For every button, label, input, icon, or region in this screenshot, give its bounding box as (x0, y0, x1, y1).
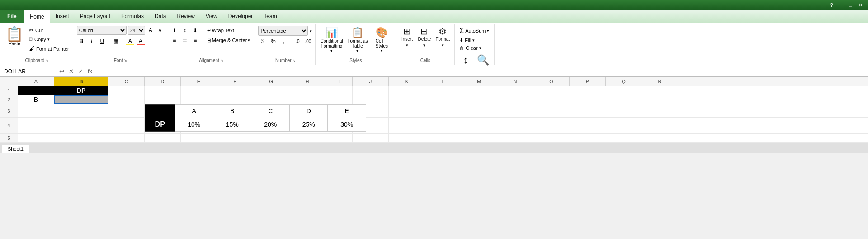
cell-C1[interactable] (108, 86, 145, 95)
tab-team[interactable]: Team (258, 10, 282, 23)
cell-H5[interactable] (289, 134, 326, 142)
row-header-2[interactable]: 2 (0, 95, 18, 104)
font-size-increase-button[interactable]: A (146, 26, 155, 34)
cell-C3[interactable] (108, 104, 145, 117)
number-format-select[interactable]: Percentage (258, 26, 308, 36)
cell-I5[interactable] (326, 134, 353, 142)
insert-button[interactable]: ⊞ Insert ▾ (399, 26, 415, 48)
cell-L1[interactable] (425, 86, 461, 95)
confirm-button[interactable]: ✓ (77, 68, 85, 75)
col-header-B[interactable]: B (54, 77, 108, 86)
col-header-K[interactable]: K (389, 77, 425, 86)
cell-B4[interactable] (54, 118, 108, 133)
cell-F5[interactable] (217, 134, 253, 142)
row-header-1[interactable]: 1 (0, 86, 18, 95)
paste-button[interactable]: 📋 Paste (3, 26, 26, 47)
function-button[interactable]: fx (86, 68, 94, 75)
sheet-tab-1[interactable]: Sheet1 (2, 145, 29, 153)
tab-page-layout[interactable]: Page Layout (75, 10, 116, 23)
restore-icon[interactable]: □ (847, 2, 854, 9)
cell-A5[interactable] (18, 134, 54, 142)
merge-center-button[interactable]: ⊞ Merge & Center ▾ (205, 36, 253, 45)
col-header-R[interactable]: R (642, 77, 678, 86)
col-header-H[interactable]: H (289, 77, 326, 86)
cell-J1[interactable] (353, 86, 389, 95)
cell-A1[interactable] (18, 86, 54, 95)
cell-A3[interactable] (18, 104, 54, 117)
close-icon[interactable]: ✕ (857, 2, 864, 9)
table-header-C[interactable]: C (251, 105, 290, 117)
cell-C2[interactable] (108, 95, 145, 104)
align-left-button[interactable]: ≡ (170, 36, 179, 45)
cell-D1[interactable] (145, 86, 181, 95)
col-header-E[interactable]: E (181, 77, 217, 86)
format-table-dropdown[interactable]: ▾ (356, 48, 359, 53)
row-header-3[interactable]: 3 (0, 104, 18, 117)
border-button[interactable]: ▦ (112, 37, 121, 46)
fill-button[interactable]: ⬇ Fill ▾ (458, 36, 476, 44)
comma-button[interactable]: , (279, 37, 288, 46)
cell-H2[interactable] (289, 95, 326, 104)
table-data-15[interactable]: 15% (213, 117, 251, 132)
alignment-expand-icon[interactable]: ↘ (220, 58, 223, 62)
autosum-button[interactable]: Σ AutoSum ▾ (458, 26, 491, 36)
cell-B1[interactable]: DP (54, 86, 108, 95)
col-header-M[interactable]: M (461, 77, 497, 86)
font-expand-icon[interactable]: ↘ (124, 58, 127, 62)
col-header-I[interactable]: I (326, 77, 353, 86)
clear-button[interactable]: 🗑 Clear ▾ (458, 44, 483, 52)
table-data-10[interactable]: 10% (175, 117, 213, 132)
cell-I2[interactable] (326, 95, 353, 104)
cell-D3[interactable]: A B C D E DP 10% 15% 20% 25% 30% (145, 104, 181, 117)
name-box[interactable]: DOLLAR (2, 67, 56, 76)
format-painter-button[interactable]: 🖌 Format Painter (27, 44, 71, 53)
font-color-button[interactable]: A (136, 37, 145, 46)
copy-dropdown-icon[interactable]: ▾ (47, 37, 50, 42)
wrap-text-button[interactable]: ↵ Wrap Text (205, 26, 236, 35)
table-data-30[interactable]: 30% (328, 117, 366, 132)
tab-file[interactable]: File (0, 10, 24, 23)
tab-view[interactable]: View (200, 10, 223, 23)
cell-A2[interactable]: B (18, 95, 54, 104)
col-header-Q[interactable]: Q (606, 77, 642, 86)
cell-F1[interactable] (217, 86, 253, 95)
bold-button[interactable]: B (77, 37, 86, 46)
cell-E5[interactable] (181, 134, 217, 142)
row-header-4[interactable]: 4 (0, 118, 18, 133)
conditional-formatting-button[interactable]: 📊 ConditionalFormatting ▾ (318, 26, 344, 54)
underline-button[interactable]: U (98, 37, 107, 46)
col-header-D[interactable]: D (145, 77, 181, 86)
table-data-25[interactable]: 25% (289, 117, 328, 132)
tab-data[interactable]: Data (149, 10, 171, 23)
format-dropdown[interactable]: ▾ (442, 43, 444, 48)
percent-button[interactable]: % (269, 37, 278, 46)
col-header-P[interactable]: P (570, 77, 606, 86)
cell-K2[interactable] (389, 95, 425, 104)
question-icon[interactable]: ? (828, 2, 835, 9)
merge-dropdown-icon[interactable]: ▾ (248, 38, 250, 43)
cell-B2[interactable]: = (54, 95, 108, 104)
table-header-E[interactable]: E (328, 105, 366, 117)
cond-format-dropdown[interactable]: ▾ (330, 48, 333, 53)
cell-D5[interactable] (145, 134, 181, 142)
number-format-dropdown[interactable]: ▾ (310, 29, 312, 33)
cell-I1[interactable] (326, 86, 353, 95)
cell-D2[interactable] (145, 95, 181, 104)
format-as-table-button[interactable]: 📋 Format asTable ▾ (345, 26, 369, 54)
cell-K1[interactable] (389, 86, 425, 95)
tab-review[interactable]: Review (171, 10, 200, 23)
col-header-O[interactable]: O (533, 77, 570, 86)
cell-A4[interactable] (18, 118, 54, 133)
cell-G1[interactable] (253, 86, 289, 95)
row-header-5[interactable]: 5 (0, 134, 18, 142)
tab-developer[interactable]: Developer (223, 10, 259, 23)
col-header-N[interactable]: N (497, 77, 533, 86)
autosum-dropdown[interactable]: ▾ (487, 29, 489, 33)
cancel-button[interactable]: ✕ (67, 68, 75, 75)
cell-B5[interactable] (54, 134, 108, 142)
table-header-B[interactable]: B (213, 105, 251, 117)
tab-formulas[interactable]: Formulas (116, 10, 149, 23)
number-expand-icon[interactable]: ↘ (292, 58, 296, 62)
decimal-increase-button[interactable]: .0 (293, 37, 302, 46)
format-button[interactable]: ⚙ Format ▾ (434, 26, 452, 48)
